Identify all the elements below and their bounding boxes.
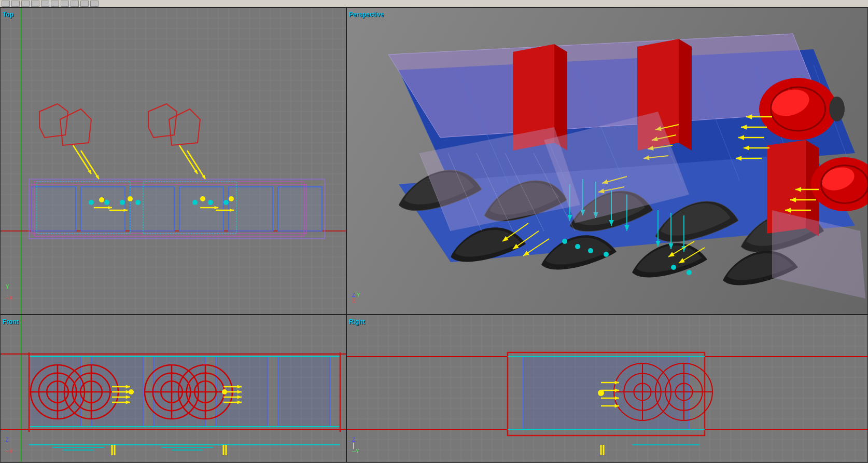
perspective-viewport-label: Perspective [349,11,384,18]
right-axis: Z│─Y [352,437,359,454]
toolbar-btn-2[interactable] [11,1,20,7]
viewport-right[interactable]: Right Z│─Y [346,315,868,462]
front-canvas [1,315,346,462]
toolbar-btn-3[interactable] [21,1,30,7]
toolbar-buttons [1,1,99,7]
toolbar-btn-4[interactable] [31,1,39,7]
toolbar-btn-9[interactable] [80,1,89,7]
viewport-top[interactable]: Top Y│─X [0,7,346,315]
right-canvas [347,315,868,462]
right-viewport-label: Right [349,318,365,325]
top-viewport-label: Top [3,11,13,18]
toolbar-btn-10[interactable] [90,1,99,7]
front-viewport-label: Front [3,318,19,325]
toolbar-btn-1[interactable] [2,1,10,7]
toolbar-btn-5[interactable] [41,1,49,7]
toolbar-btn-8[interactable] [71,1,79,7]
viewport-container: Top Y│─X Perspective Z YX Front Z│─X Rig… [0,7,868,463]
toolbar-btn-7[interactable] [61,1,69,7]
top-canvas [1,8,346,315]
top-axis: Y│─X [6,284,13,301]
toolbar-btn-6[interactable] [51,1,59,7]
main-toolbar[interactable] [0,0,868,7]
perspective-axis: Z YX [352,292,360,304]
perspective-canvas [347,8,868,315]
viewport-front[interactable]: Front Z│─X [0,315,346,462]
viewport-perspective[interactable]: Perspective Z YX [346,7,868,315]
front-axis: Z│─X [6,437,13,454]
